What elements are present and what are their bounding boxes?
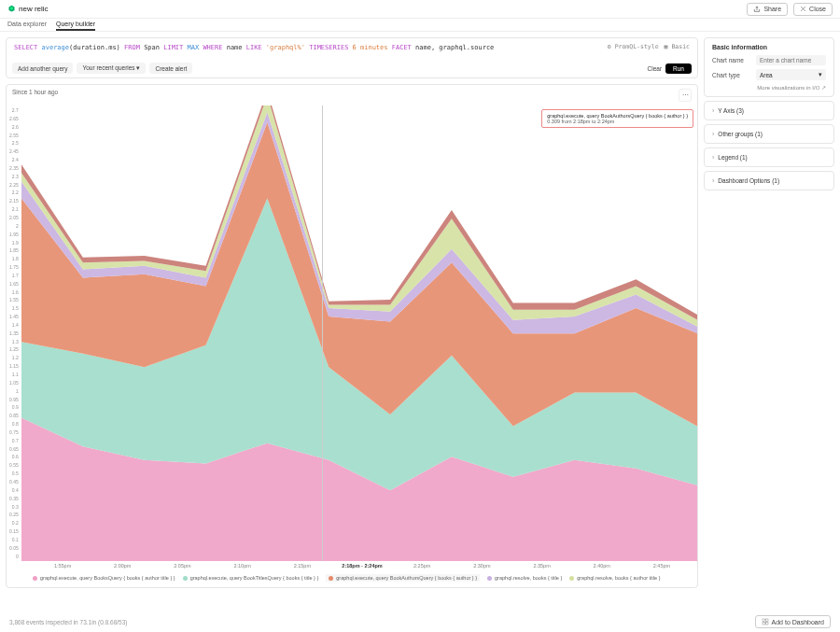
yaxis-accordion[interactable]: ›Y Axis (3) <box>704 101 834 120</box>
logo: new relic <box>7 5 49 13</box>
newrelic-icon <box>7 5 16 13</box>
basic-info-panel: Basic information Chart name Chart type … <box>704 37 834 97</box>
chart-type-label: Chart type <box>712 72 740 78</box>
area-chart-svg <box>21 105 697 561</box>
promql-toggle[interactable]: ⚙ PromQL-style <box>608 43 659 50</box>
chart-menu-button[interactable]: ⋯ <box>679 89 692 102</box>
chart-since: Since 1 hour ago <box>12 89 58 102</box>
chart-legend: graphql.execute, query BooksQuery { book… <box>7 570 697 588</box>
q-entity: Span <box>144 44 160 51</box>
add-dash-label: Add to Dashboard <box>772 619 824 625</box>
brand-text: new relic <box>19 5 49 13</box>
x-axis-labels: 1:55pm2:00pm2:05pm2:10pm2:15pm2:18pm - 2… <box>7 561 697 570</box>
add-query-button[interactable]: Add another query <box>12 63 73 74</box>
svg-rect-2 <box>763 623 764 625</box>
share-icon <box>753 6 761 13</box>
svg-rect-3 <box>765 623 767 625</box>
chart-tooltip: graphql.execute, query BookAuthorsQuery … <box>541 109 693 128</box>
share-label: Share <box>763 6 781 12</box>
svg-rect-1 <box>765 619 767 621</box>
tab-data-explorer[interactable]: Data explorer <box>7 19 47 31</box>
chart-name-input[interactable] <box>756 55 826 65</box>
recent-queries-button[interactable]: Your recent queries ▾ <box>77 63 146 74</box>
create-alert-button[interactable]: Create alert <box>149 63 192 74</box>
run-button[interactable]: Run <box>665 63 692 74</box>
dashboard-options-accordion[interactable]: ›Dashboard Options (1) <box>704 171 834 190</box>
close-button[interactable]: Close <box>793 3 833 16</box>
other-groups-accordion[interactable]: ›Other groups (1) <box>704 124 834 144</box>
q-from: FROM <box>124 44 140 51</box>
basic-info-title: Basic information <box>712 44 826 50</box>
legend-item[interactable]: graphql.execute, query BookAuthorsQuery … <box>326 574 480 582</box>
legend-item[interactable]: graphql.execute, query BooksQuery { book… <box>33 574 175 582</box>
q-str: 'graphql%' <box>266 44 305 51</box>
add-to-dashboard-button[interactable]: Add to Dashboard <box>755 615 831 628</box>
q-cond: name <box>227 44 243 51</box>
q-limit: LIMIT <box>163 44 183 51</box>
crosshair-line <box>322 105 323 561</box>
chart-type-select[interactable]: Area▾ <box>756 69 826 80</box>
chart-card: Since 1 hour ago ⋯ 2.72.652.62.552.52.45… <box>6 84 698 588</box>
legend-item[interactable]: graphql.resolve, books { author title } <box>569 574 660 582</box>
q-num: 6 minutes <box>353 44 388 51</box>
chart-plot[interactable]: graphql.execute, query BookAuthorsQuery … <box>21 105 697 561</box>
legend-item[interactable]: graphql.execute, query BookTitlesQuery {… <box>183 574 319 582</box>
clear-button[interactable]: Clear <box>648 65 663 72</box>
dashboard-icon <box>762 618 769 625</box>
close-label: Close <box>809 6 826 12</box>
q-args: (duration.ms) <box>69 44 120 51</box>
close-icon <box>800 6 806 12</box>
q-fields: name, graphql.source <box>415 44 494 51</box>
q-like: LIKE <box>246 44 262 51</box>
y-axis-labels: 2.72.652.62.552.52.452.42.352.32.252.22.… <box>7 105 21 561</box>
chart-name-label: Chart name <box>712 57 744 63</box>
share-button[interactable]: Share <box>747 3 788 16</box>
q-max: MAX <box>188 44 200 51</box>
basic-toggle[interactable]: ▦ Basic <box>665 43 690 50</box>
tab-query-builder[interactable]: Query builder <box>56 19 95 31</box>
q-func: average <box>42 44 70 51</box>
legend-item[interactable]: graphql.resolve, books { title } <box>487 574 562 582</box>
query-editor[interactable]: ⚙ PromQL-style ▦ Basic SELECT average(du… <box>6 37 698 78</box>
q-ts: TIMESERIES <box>309 44 348 51</box>
q-select: SELECT <box>14 44 37 51</box>
q-facet: FACET <box>392 44 412 51</box>
chevron-down-icon: ▾ <box>819 71 822 78</box>
q-where: WHERE <box>203 44 222 51</box>
legend-accordion[interactable]: ›Legend (1) <box>704 147 834 167</box>
events-inspected: 3,868 events inspected in 73.1in (0.8.68… <box>9 619 127 625</box>
svg-rect-0 <box>763 619 764 621</box>
more-viz-link[interactable]: More visualizations in I/O ↗ <box>712 84 826 91</box>
